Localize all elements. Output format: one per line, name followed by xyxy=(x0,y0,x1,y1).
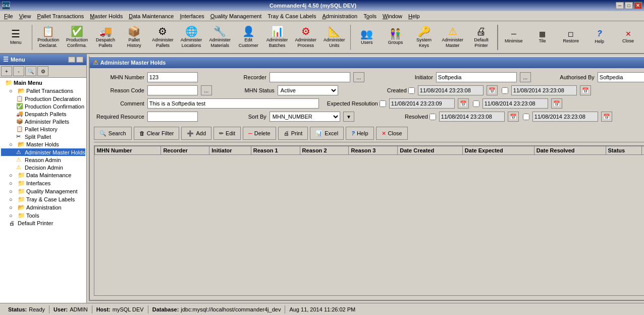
toolbar-administer-units-btn[interactable]: 📐 AdministerUnits xyxy=(320,23,348,51)
toolbar-edit-customer-btn[interactable]: 👤 EditCustomer xyxy=(235,23,262,51)
created-checkbox2[interactable] xyxy=(502,87,508,94)
expected-resolution-date-picker-btn[interactable]: 📅 xyxy=(458,98,469,109)
sidebar-item-tray-case-labels[interactable]: ○ 📁 Tray & Case Labels xyxy=(1,195,85,203)
toolbar-default-printer-btn[interactable]: 🖨 DefaultPrinter xyxy=(467,23,495,51)
toolbar-prod-declarat-btn[interactable]: 📋 ProductionDeclarat. xyxy=(34,23,62,51)
required-resource-input[interactable] xyxy=(147,112,198,122)
sidebar-item-quality-management[interactable]: ○ 📁 Quality Management xyxy=(1,187,85,195)
expected-resolution-date-picker-btn2[interactable]: 📅 xyxy=(551,98,562,109)
initiator-input[interactable] xyxy=(436,72,517,82)
sidebar-item-administer-master-holds[interactable]: ⚠ Administer Master Holds xyxy=(1,148,85,156)
expected-resolution-date-input[interactable] xyxy=(389,98,455,109)
expected-resolution-checkbox2[interactable] xyxy=(473,100,479,107)
sidebar-item-data-maintenance[interactable]: ○ 📁 Data Maintenance xyxy=(1,171,85,179)
sidebar-item-tools[interactable]: ○ 📁 Tools xyxy=(1,212,85,220)
sidebar-item-despatch-pallets[interactable]: 🚚 Despatch Pallets xyxy=(1,110,85,118)
menu-file[interactable]: File xyxy=(1,12,16,20)
toolbar-close-btn[interactable]: ✕ Close xyxy=(614,23,642,51)
sidebar-collapse-btn[interactable]: - xyxy=(13,66,24,76)
menu-help[interactable]: Help xyxy=(405,12,423,20)
menu-tools[interactable]: Tools xyxy=(360,12,380,20)
resolved-date-input2[interactable] xyxy=(532,112,598,122)
maximize-button[interactable]: □ xyxy=(625,2,633,9)
toolbar-users-btn[interactable]: 👥 Users xyxy=(353,23,381,51)
resolved-date-picker-btn2[interactable]: 📅 xyxy=(601,112,612,122)
sidebar-item-production-declaration[interactable]: 📋 Production Declaration xyxy=(1,95,85,102)
clear-filter-button[interactable]: 🗑 Clear Filter xyxy=(134,127,180,140)
toolbar-prod-confirma-btn[interactable]: ✅ ProductionConfirma. xyxy=(63,23,91,51)
excel-button[interactable]: 📊 Excel xyxy=(310,127,344,140)
minimize-button[interactable]: ─ xyxy=(616,2,624,9)
sidebar-minimize-btn[interactable]: ─ xyxy=(68,57,75,63)
resolved-checkbox2[interactable] xyxy=(523,114,529,120)
title-bar-buttons[interactable]: ─ □ ✕ xyxy=(616,2,642,9)
edit-button[interactable]: ✏ Edit xyxy=(213,127,241,140)
close-action-button[interactable]: ✕ Close xyxy=(376,127,408,140)
sidebar-item-pallet-history[interactable]: 📋 Pallet History xyxy=(1,125,85,133)
sidebar-item-default-printer[interactable]: 🖨 Default Printer xyxy=(1,220,85,227)
toolbar-help-btn[interactable]: ? Help xyxy=(586,23,614,51)
sidebar-header-controls[interactable]: ─ □ xyxy=(68,57,83,63)
sidebar-item-administer-pallets[interactable]: 📦 Administer Pallets xyxy=(1,118,85,125)
search-button[interactable]: 🔍 Search xyxy=(94,127,132,140)
reason-code-browse-btn[interactable]: ... xyxy=(201,85,212,95)
sidebar-item-master-holds[interactable]: ○ 📂 Master Holds xyxy=(1,140,85,148)
help-action-button[interactable]: ? Help xyxy=(346,127,373,140)
toolbar-administer-master-btn[interactable]: ⚠ AdministerMaster xyxy=(439,23,466,51)
sidebar-item-split-pallet[interactable]: ✂ Split Pallet xyxy=(1,133,85,140)
toolbar-menu-btn[interactable]: ☰ Menu xyxy=(2,23,30,51)
menu-interfaces[interactable]: Interfaces xyxy=(177,12,207,20)
mhn-number-input[interactable] xyxy=(147,72,198,82)
sidebar-item-decision-admin[interactable]: ⚠ Decision Admin xyxy=(1,164,85,171)
sidebar-item-interfaces[interactable]: ○ 📁 Interfaces xyxy=(1,179,85,187)
toolbar-administer-materials-btn[interactable]: 🔧 AdministerMaterials xyxy=(206,23,234,51)
resolved-date-input[interactable] xyxy=(439,112,505,122)
sidebar-expand-btn[interactable]: + xyxy=(1,66,12,76)
menu-pallet-transactions[interactable]: Pallet Transactions xyxy=(34,12,87,20)
resolved-checkbox[interactable] xyxy=(430,114,436,120)
sidebar-settings-btn[interactable]: ⚙ xyxy=(37,66,48,76)
mhn-status-select[interactable]: Active Closed Pending xyxy=(278,85,338,95)
results-table[interactable]: MHN Number Recorder Initiator Reason 1 R… xyxy=(94,145,644,296)
menu-administration[interactable]: Administration xyxy=(319,12,361,20)
comment-input[interactable] xyxy=(147,98,319,109)
expected-resolution-date-input2[interactable] xyxy=(482,98,548,109)
delete-button[interactable]: ─ Delete xyxy=(243,127,276,140)
created-date-picker-btn2[interactable]: 📅 xyxy=(580,85,591,95)
toolbar-despatch-btn[interactable]: 🚚 DespatchPallets xyxy=(92,23,120,51)
print-button[interactable]: 🖨 Print xyxy=(278,127,308,140)
created-checkbox[interactable] xyxy=(408,87,415,94)
add-button[interactable]: ➕ Add xyxy=(181,127,211,140)
toolbar-system-keys-btn[interactable]: 🔑 SystemKeys xyxy=(410,23,438,51)
expected-resolution-checkbox[interactable] xyxy=(380,100,386,107)
menu-window[interactable]: Window xyxy=(380,12,405,20)
toolbar-groups-btn[interactable]: 👫 Groups xyxy=(382,23,409,51)
close-window-button[interactable]: ✕ xyxy=(634,2,642,9)
sort-by-select[interactable]: MHN_NUMBER DATE_CREATED STATUS xyxy=(270,112,340,122)
toolbar-administer-batches-btn[interactable]: 📊 AdministerBatches xyxy=(263,23,291,51)
recorder-browse-btn[interactable]: ... xyxy=(353,72,364,82)
toolbar-restore-btn[interactable]: ◻ Restore xyxy=(557,23,585,51)
menu-tray-case-labels[interactable]: Tray & Case Labels xyxy=(264,12,319,20)
sort-filter-btn[interactable]: ▼ xyxy=(343,112,354,122)
resolved-date-picker-btn[interactable]: 📅 xyxy=(508,112,519,122)
created-date-picker-btn[interactable]: 📅 xyxy=(487,85,498,95)
toolbar-administer-process-btn[interactable]: ⚙ AdministerProcess xyxy=(292,23,319,51)
sidebar-filter-btn[interactable]: 🔍 xyxy=(25,66,36,76)
created-date-input2[interactable] xyxy=(511,85,577,95)
reason-code-input[interactable] xyxy=(147,85,198,95)
toolbar-administer-locations-btn[interactable]: 🌐 AdministerLocations xyxy=(178,23,205,51)
menu-master-holds[interactable]: Master Holds xyxy=(87,12,126,20)
initiator-browse-btn[interactable]: ... xyxy=(520,72,531,82)
toolbar-administer-pallets-btn[interactable]: ⚙ AdministerPallets xyxy=(149,23,177,51)
sidebar-maximize-btn[interactable]: □ xyxy=(76,57,83,63)
menu-data-maintenance[interactable]: Data Maintenance xyxy=(126,12,177,20)
sidebar-item-reason-admin[interactable]: ⚠ Reason Admin xyxy=(1,156,85,164)
menu-quality-management[interactable]: Quality Management xyxy=(207,12,265,20)
created-date-input[interactable] xyxy=(418,85,484,95)
sidebar-item-production-confirmation[interactable]: ✅ Production Confirmation xyxy=(1,102,85,110)
sidebar-item-administration[interactable]: ○ 📂 Administration xyxy=(1,203,85,212)
menu-view[interactable]: View xyxy=(16,12,34,20)
toolbar-minimise-btn[interactable]: ─ Minimise xyxy=(500,23,528,51)
authorised-by-input[interactable] xyxy=(598,72,644,82)
